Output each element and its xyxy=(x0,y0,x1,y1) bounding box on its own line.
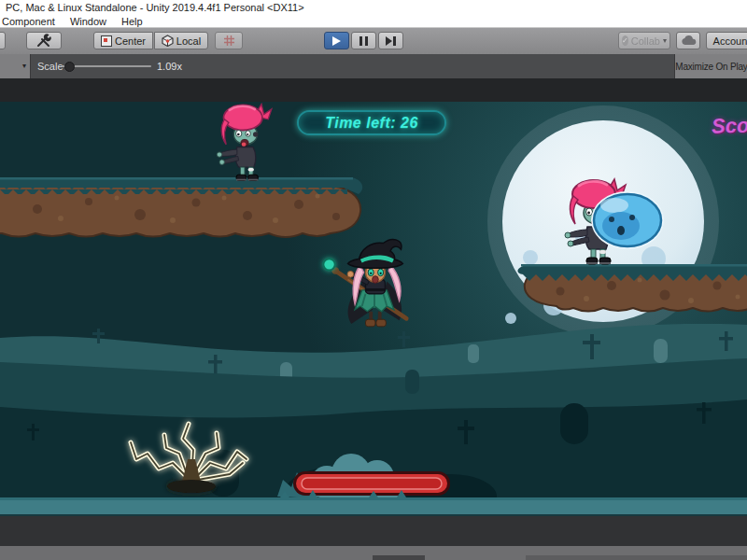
account-button[interactable]: Account ▾ xyxy=(706,32,747,49)
pivot-mode-button[interactable]: Center xyxy=(93,32,153,49)
transform-tool-button-partial[interactable] xyxy=(0,32,6,49)
cube-icon xyxy=(162,35,174,47)
status-bar xyxy=(0,546,747,560)
pause-button[interactable] xyxy=(351,32,376,49)
pause-icon xyxy=(359,36,368,46)
game-view-toolbar: ▾ Scale 1.09x Maximize On Play xyxy=(0,54,747,79)
dirt-platform-left xyxy=(0,177,362,237)
menu-component[interactable]: Component xyxy=(2,16,55,27)
step-button[interactable] xyxy=(378,32,403,49)
collab-label: Collab xyxy=(631,35,660,47)
custom-tool-button[interactable] xyxy=(26,32,62,49)
status-bar-notch xyxy=(526,555,747,560)
menu-help[interactable]: Help xyxy=(121,16,143,27)
status-bar-notch xyxy=(373,555,425,560)
display-dropdown-partial[interactable]: ▾ xyxy=(0,54,31,78)
health-bar xyxy=(293,471,450,496)
custom-tool-icon xyxy=(36,34,51,48)
scale-slider[interactable] xyxy=(62,65,151,67)
play-button[interactable] xyxy=(324,32,349,49)
collab-button[interactable]: ✓ Collab ▾ xyxy=(618,32,670,49)
scale-label: Scale xyxy=(37,54,63,78)
orientation-mode-button[interactable]: Local xyxy=(154,32,208,49)
main-toolbar: Center Local xyxy=(0,28,747,55)
step-icon xyxy=(386,36,396,46)
collab-check-icon: ✓ xyxy=(622,35,628,46)
cloud-button[interactable] xyxy=(676,32,700,49)
game-viewport[interactable] xyxy=(0,78,747,516)
play-icon xyxy=(332,36,341,46)
menu-window[interactable]: Window xyxy=(70,16,106,27)
maximize-on-play-toggle[interactable]: Maximize On Play xyxy=(674,54,747,78)
window-title: PC, Mac & Linux Standalone - Unity 2019.… xyxy=(0,0,747,15)
pivot-icon xyxy=(101,35,112,47)
caret-down-icon: ▾ xyxy=(22,63,26,70)
cloud-icon xyxy=(681,35,697,46)
letterbox-band xyxy=(0,78,747,102)
orientation-label: Local xyxy=(176,35,201,47)
game-scene xyxy=(0,78,747,516)
hud-score-label: Scor xyxy=(712,113,747,139)
menu-bar: Component Window Help xyxy=(0,15,747,28)
grid-snap-button[interactable] xyxy=(215,32,243,49)
pivot-label: Center xyxy=(115,35,146,47)
account-label: Account xyxy=(713,35,747,47)
caret-down-icon: ▾ xyxy=(663,37,667,45)
scale-slider-handle[interactable] xyxy=(64,62,75,72)
scale-value: 1.09x xyxy=(157,54,182,78)
unity-editor-window: PC, Mac & Linux Standalone - Unity 2019.… xyxy=(0,0,747,560)
hud-time-left: Time left: 26 xyxy=(297,110,446,135)
dirt-platform-right xyxy=(517,264,747,312)
grid-snap-icon xyxy=(223,35,235,47)
editor-bottom-band xyxy=(0,516,747,546)
blue-slime xyxy=(591,191,664,249)
